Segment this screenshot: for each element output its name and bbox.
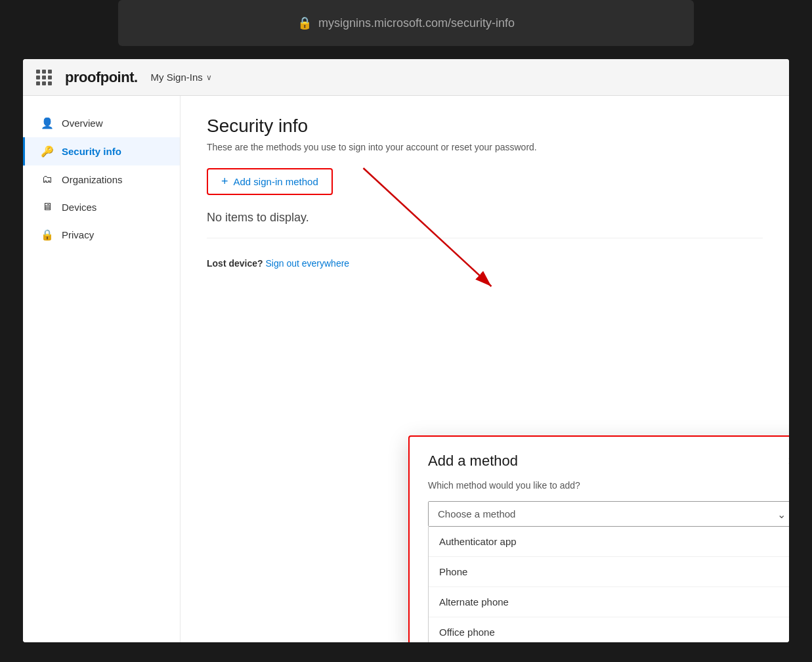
nav-menu[interactable]: My Sign-Ins ∨ xyxy=(151,72,212,83)
nav-menu-label: My Sign-Ins xyxy=(151,72,203,83)
lock-icon: 🔒 xyxy=(41,229,54,241)
sign-out-everywhere-link[interactable]: Sign out everywhere xyxy=(265,258,349,269)
brand-logo: proofpoint. xyxy=(65,69,138,86)
url-text: mysignins.microsoft.com/security-info xyxy=(318,16,515,30)
sidebar-item-organizations[interactable]: 🗂 Organizations xyxy=(23,166,180,193)
dropdown-placeholder[interactable]: Choose a method xyxy=(429,502,789,526)
option-authenticator-app[interactable]: Authenticator app xyxy=(429,527,789,557)
plus-icon: + xyxy=(221,175,228,188)
add-method-dialog: Add a method × Which method would you li… xyxy=(408,435,789,642)
sidebar-item-overview[interactable]: 👤 Overview xyxy=(23,109,180,137)
sidebar-item-label: Privacy xyxy=(62,229,94,240)
page-subtitle: These are the methods you use to sign in… xyxy=(207,142,763,152)
lock-icon: 🔒 xyxy=(297,16,312,30)
sidebar-item-label: Organizations xyxy=(62,174,123,185)
main-area: 👤 Overview 🔑 Security info 🗂 Organizatio… xyxy=(23,96,789,642)
no-items-text: No items to display. xyxy=(207,211,763,238)
sidebar-item-devices[interactable]: 🖥 Devices xyxy=(23,193,180,221)
lost-device-section: Lost device? Sign out everywhere xyxy=(207,258,763,269)
dialog-close-button[interactable]: × xyxy=(788,454,789,468)
method-dropdown[interactable]: Choose a method ⌄ xyxy=(428,501,789,527)
option-alternate-phone[interactable]: Alternate phone xyxy=(429,587,789,617)
sidebar-item-label: Overview xyxy=(62,118,103,129)
dialog-subtitle: Which method would you like to add? xyxy=(428,480,789,491)
top-nav: proofpoint. My Sign-Ins ∨ xyxy=(23,59,789,96)
browser-window: proofpoint. My Sign-Ins ∨ 👤 Overview 🔑 S… xyxy=(23,59,789,642)
url-bar: 🔒 mysignins.microsoft.com/security-info xyxy=(118,0,694,46)
lost-device-label: Lost device? xyxy=(207,258,263,269)
key-icon: 🔑 xyxy=(41,145,54,158)
page-title: Security info xyxy=(207,116,763,137)
dialog-body: Which method would you like to add? Choo… xyxy=(410,480,789,642)
sidebar-item-label: Security info xyxy=(62,146,121,157)
user-icon: 👤 xyxy=(41,117,54,129)
briefcase-icon: 🗂 xyxy=(41,173,54,185)
content-area: Security info These are the methods you … xyxy=(181,96,789,642)
dropdown-options-list: Authenticator app Phone Alternate phone … xyxy=(428,527,789,642)
sidebar-item-security-info[interactable]: 🔑 Security info xyxy=(23,137,180,166)
option-office-phone[interactable]: Office phone xyxy=(429,617,789,642)
add-sign-in-method-button[interactable]: + Add sign-in method xyxy=(207,168,333,195)
chevron-down-icon: ∨ xyxy=(206,73,212,82)
dialog-title: Add a method xyxy=(428,452,518,470)
add-method-btn-label: Add sign-in method xyxy=(234,176,318,187)
sidebar: 👤 Overview 🔑 Security info 🗂 Organizatio… xyxy=(23,96,181,642)
sidebar-item-privacy[interactable]: 🔒 Privacy xyxy=(23,221,180,249)
dialog-header: Add a method × xyxy=(410,437,789,480)
monitor-icon: 🖥 xyxy=(41,201,54,213)
option-phone[interactable]: Phone xyxy=(429,557,789,587)
grid-icon[interactable] xyxy=(36,70,52,85)
sidebar-item-label: Devices xyxy=(62,202,96,213)
